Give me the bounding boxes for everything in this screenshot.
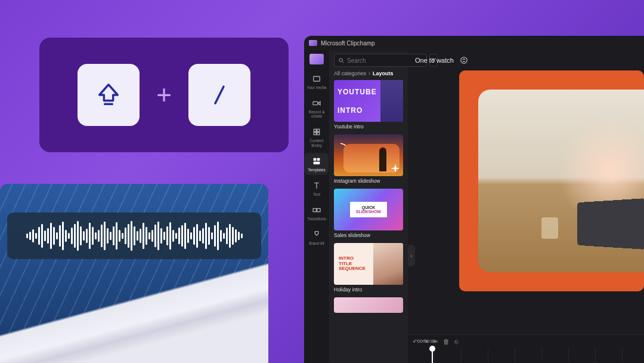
record-icon bbox=[311, 98, 322, 109]
template-sales-slideshow[interactable]: QUICK SLIDESHOW Sales slideshow bbox=[334, 189, 403, 242]
sidebar-item-transitions[interactable]: Transitions bbox=[305, 202, 329, 224]
plus-sign: + bbox=[156, 80, 172, 110]
svg-rect-8 bbox=[314, 158, 317, 161]
timeline[interactable]: ↶ ↷ ✂ 🗑 ⎋ 00:00:00 bbox=[408, 334, 644, 363]
thumb-label: YOUTUBE bbox=[338, 88, 377, 96]
clipchamp-logo[interactable] bbox=[309, 54, 324, 64]
brand-kit-icon bbox=[311, 229, 322, 240]
clipchamp-window: Microsoft Clipchamp Your media Record & … bbox=[304, 36, 644, 363]
sidebar-item-record[interactable]: Record & create bbox=[305, 95, 329, 121]
preview-area: One to watch ↶ ↷ ✂ 🗑 ⎋ bbox=[408, 50, 644, 363]
svg-rect-6 bbox=[314, 133, 316, 135]
thumb-label: INTRO bbox=[338, 106, 377, 115]
video-preview-frame[interactable] bbox=[459, 70, 644, 291]
transitions-icon bbox=[311, 205, 322, 216]
delete-icon[interactable]: 🗑 bbox=[443, 338, 450, 345]
template-thumb: INTRO TITLE SEQUENCE bbox=[334, 243, 403, 285]
video-content bbox=[478, 90, 644, 272]
svg-rect-4 bbox=[314, 130, 316, 132]
sidebar-item-your-media[interactable]: Your media bbox=[305, 70, 329, 93]
search-icon bbox=[338, 57, 345, 64]
media-icon bbox=[311, 73, 322, 84]
svg-rect-2 bbox=[314, 76, 320, 81]
template-title: Instagram slideshow bbox=[334, 178, 403, 184]
audio-waveform-bar[interactable] bbox=[7, 213, 261, 259]
templates-icon bbox=[311, 156, 322, 167]
template-instagram-slideshow[interactable]: Instagram slideshow bbox=[334, 134, 403, 187]
shift-key bbox=[78, 64, 140, 126]
svg-rect-9 bbox=[317, 158, 320, 161]
slash-key bbox=[188, 64, 250, 126]
window-title: Microsoft Clipchamp bbox=[321, 40, 375, 47]
template-holiday-intro[interactable]: INTRO TITLE SEQUENCE Holiday intro bbox=[334, 243, 403, 296]
sidebar-item-label: Content library bbox=[305, 139, 329, 147]
thumb-label: SLIDESHOW bbox=[356, 210, 381, 214]
template-youtube-intro[interactable]: YOUTUBE INTRO Youtube intro bbox=[334, 80, 403, 133]
template-partial[interactable] bbox=[334, 297, 403, 313]
sidebar-item-brand-kit[interactable]: Brand kit bbox=[305, 226, 329, 248]
breadcrumb-root[interactable]: All categories bbox=[334, 70, 366, 76]
share-icon[interactable] bbox=[460, 56, 468, 64]
project-title[interactable]: One to watch bbox=[415, 57, 454, 64]
app-icon bbox=[309, 40, 317, 46]
sidebar-item-label: Text bbox=[313, 192, 320, 196]
time-label: 00:00:00 bbox=[417, 339, 436, 344]
sidebar-item-templates[interactable]: Templates bbox=[305, 153, 329, 175]
svg-rect-11 bbox=[313, 208, 316, 211]
thumb-label: QUICK bbox=[356, 205, 381, 210]
sidebar-item-label: Record & create bbox=[305, 110, 329, 118]
svg-rect-5 bbox=[317, 130, 320, 132]
sidebar: Your media Record & create Content libra… bbox=[304, 50, 329, 363]
sidebar-item-label: Transitions bbox=[307, 217, 326, 221]
text-icon bbox=[311, 180, 322, 191]
template-title: Sales slideshow bbox=[334, 232, 403, 238]
sidebar-item-text[interactable]: Text bbox=[305, 177, 329, 199]
breadcrumb-current: Layouts bbox=[373, 70, 394, 76]
svg-rect-12 bbox=[317, 208, 320, 211]
sidebar-item-content-library[interactable]: Content library bbox=[305, 124, 329, 150]
timeline-toolbar: ↶ ↷ ✂ 🗑 ⎋ bbox=[408, 335, 644, 348]
waveform bbox=[18, 221, 251, 251]
playhead[interactable] bbox=[432, 348, 433, 363]
shortcut-card: + bbox=[39, 38, 289, 152]
svg-point-18 bbox=[461, 57, 467, 64]
svg-line-14 bbox=[342, 61, 343, 62]
thumb-label: SEQUENCE bbox=[339, 266, 369, 272]
library-icon bbox=[311, 127, 322, 137]
template-thumb bbox=[334, 297, 403, 313]
chevron-left-icon: ‹ bbox=[410, 253, 412, 259]
svg-rect-10 bbox=[314, 161, 320, 164]
sidebar-item-label: Your media bbox=[307, 85, 327, 90]
templates-panel: All categories › Layouts YOUTUBE INTRO Y… bbox=[329, 50, 408, 363]
sidebar-item-label: Brand kit bbox=[309, 241, 324, 245]
panel-collapse-handle[interactable]: ‹ bbox=[408, 245, 415, 266]
mountain-background bbox=[0, 184, 268, 363]
svg-point-13 bbox=[339, 58, 343, 61]
template-thumb: YOUTUBE INTRO bbox=[334, 80, 403, 122]
titlebar: Microsoft Clipchamp bbox=[304, 36, 644, 50]
svg-line-1 bbox=[215, 87, 224, 103]
breadcrumb-sep: › bbox=[369, 70, 370, 76]
template-title: Youtube intro bbox=[334, 124, 403, 130]
template-thumb: QUICK SLIDESHOW bbox=[334, 189, 403, 230]
split-icon[interactable]: ⎋ bbox=[454, 338, 459, 345]
template-thumb bbox=[334, 134, 403, 176]
sidebar-item-label: Templates bbox=[308, 168, 326, 172]
breadcrumb: All categories › Layouts bbox=[334, 70, 403, 76]
template-title: Holiday intro bbox=[334, 287, 403, 293]
template-list: YOUTUBE INTRO Youtube intro Instagram bbox=[334, 80, 403, 359]
svg-rect-7 bbox=[317, 133, 320, 135]
timeline-track[interactable]: 00:00:00 bbox=[408, 348, 644, 363]
audio-preview-card bbox=[0, 184, 268, 363]
